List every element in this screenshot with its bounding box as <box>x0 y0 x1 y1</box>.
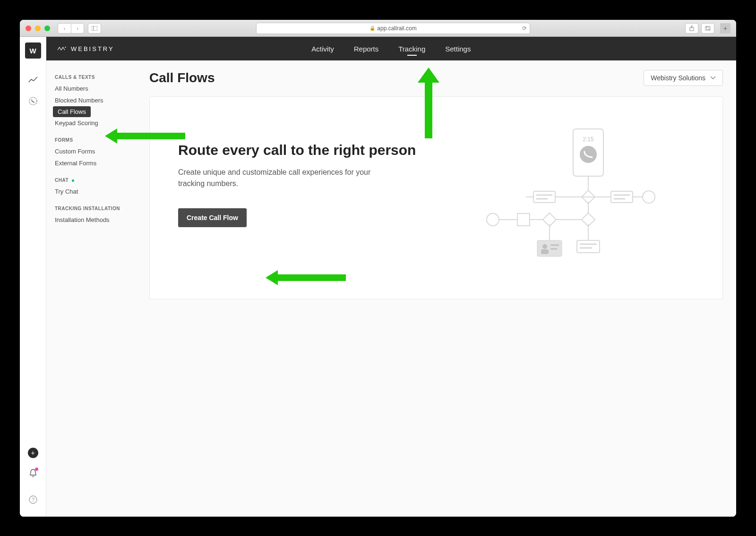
rail-analytics-icon[interactable] <box>24 71 43 90</box>
page-title: Call Flows <box>149 70 215 85</box>
chevron-down-icon <box>710 76 716 80</box>
svg-point-9 <box>65 47 66 48</box>
svg-rect-5 <box>706 26 711 30</box>
close-window-icon[interactable] <box>26 26 31 31</box>
sidebar-item-try-chat[interactable]: Try Chat <box>53 186 136 197</box>
sidebar-section-chat-label: CHAT <box>55 178 69 183</box>
nav-tracking[interactable]: Tracking <box>398 45 425 53</box>
sidebar-toggle-button[interactable] <box>88 23 101 34</box>
workspace-letter: W <box>29 47 36 55</box>
svg-point-22 <box>643 191 655 203</box>
url-bar[interactable]: 🔒 app.callrail.com ⟳ <box>256 23 530 34</box>
sidebar-item-all-numbers[interactable]: All Numbers <box>53 83 136 94</box>
create-call-flow-button[interactable]: Create Call Flow <box>178 208 247 227</box>
svg-point-27 <box>487 213 499 226</box>
brand-text: WEBISTRY <box>71 45 114 52</box>
call-flow-diagram-icon: 2:15 <box>479 125 658 267</box>
sidebar-section-tracking-install: TRACKING INSTALLATION <box>55 206 136 211</box>
nav-activity[interactable]: Activity <box>311 45 334 53</box>
empty-state-illustration: 2:15 <box>443 125 694 267</box>
new-tab-button[interactable]: + <box>720 23 730 34</box>
sidebar-section-forms: FORMS <box>55 137 136 143</box>
brand-mark-icon <box>58 46 66 51</box>
svg-point-6 <box>29 97 37 105</box>
share-button[interactable] <box>685 23 698 34</box>
rail-help-button[interactable]: ? <box>24 490 43 509</box>
svg-rect-31 <box>537 240 562 256</box>
rail-add-button[interactable]: + <box>28 448 38 458</box>
sidebar-item-external-forms[interactable]: External Forms <box>53 157 136 169</box>
svg-rect-33 <box>541 249 549 254</box>
browser-chrome: ‹ › 🔒 app.callrail.com ⟳ + <box>20 20 736 37</box>
notification-dot-icon <box>35 468 38 471</box>
svg-rect-28 <box>517 213 530 226</box>
empty-state-card: Route every call to the right person Cre… <box>149 96 723 299</box>
share-icon <box>689 26 694 31</box>
content-area: CALLS & TEXTS All Numbers Blocked Number… <box>46 60 736 517</box>
window-controls[interactable] <box>26 26 50 31</box>
rail-calls-icon[interactable] <box>24 92 43 111</box>
minimize-window-icon[interactable] <box>35 26 41 31</box>
svg-rect-25 <box>543 213 556 226</box>
nav-settings[interactable]: Settings <box>445 45 471 53</box>
sidebar-item-keypad-scoring[interactable]: Keypad Scoring <box>53 117 136 129</box>
svg-rect-36 <box>577 240 600 253</box>
svg-point-12 <box>580 146 597 163</box>
workspace-logo[interactable]: W <box>25 43 41 59</box>
nav-reports[interactable]: Reports <box>354 45 379 53</box>
url-text: app.callrail.com <box>377 25 416 32</box>
account-selector[interactable]: Webistry Solutions <box>644 70 723 86</box>
tabs-button[interactable] <box>701 23 714 34</box>
nav-buttons: ‹ › <box>58 23 84 34</box>
icon-rail: W + ? <box>20 37 46 517</box>
svg-rect-16 <box>533 191 555 203</box>
sidebar-item-install-methods[interactable]: Installation Methods <box>53 214 136 226</box>
hero-description: Create unique and customizable call expe… <box>178 167 386 189</box>
forward-button[interactable]: › <box>71 23 84 34</box>
reload-icon[interactable]: ⟳ <box>522 25 527 32</box>
account-selector-label: Webistry Solutions <box>651 74 705 82</box>
svg-rect-4 <box>705 27 709 31</box>
new-feature-dot-icon <box>72 179 74 182</box>
svg-rect-0 <box>92 26 97 31</box>
svg-rect-19 <box>611 191 633 203</box>
sidebar-icon <box>92 26 97 31</box>
sidebar-item-custom-forms[interactable]: Custom Forms <box>53 145 136 157</box>
svg-text:?: ? <box>31 497 34 502</box>
topbar: WEBISTRY Activity Reports Tracking Setti… <box>46 37 736 60</box>
main-column: WEBISTRY Activity Reports Tracking Setti… <box>46 37 736 517</box>
svg-rect-26 <box>582 213 595 226</box>
maximize-window-icon[interactable] <box>44 26 50 31</box>
svg-text:2:15: 2:15 <box>583 136 594 143</box>
sidebar: CALLS & TEXTS All Numbers Blocked Number… <box>46 60 136 517</box>
empty-state-content: Route every call to the right person Cre… <box>178 125 424 227</box>
hero-title: Route every call to the right person <box>178 142 424 158</box>
back-button[interactable]: ‹ <box>58 23 71 34</box>
sidebar-item-blocked-numbers[interactable]: Blocked Numbers <box>53 94 136 106</box>
page: Call Flows Webistry Solutions Route ever… <box>136 60 736 517</box>
sidebar-section-chat: CHAT <box>55 178 136 183</box>
help-icon: ? <box>28 495 38 504</box>
brand-logo[interactable]: WEBISTRY <box>58 45 114 52</box>
svg-point-32 <box>542 244 547 249</box>
sidebar-item-call-flows[interactable]: Call Flows <box>53 106 91 117</box>
app-shell: W + ? WEBISTRY <box>20 37 736 517</box>
page-header: Call Flows Webistry Solutions <box>149 70 723 86</box>
rail-notifications-button[interactable] <box>29 468 37 480</box>
lock-icon: 🔒 <box>369 26 375 31</box>
tabs-icon <box>705 26 711 31</box>
browser-window: ‹ › 🔒 app.callrail.com ⟳ + W <box>20 20 736 517</box>
top-navigation: Activity Reports Tracking Settings <box>311 45 471 53</box>
sidebar-section-calls: CALLS & TEXTS <box>55 75 136 80</box>
